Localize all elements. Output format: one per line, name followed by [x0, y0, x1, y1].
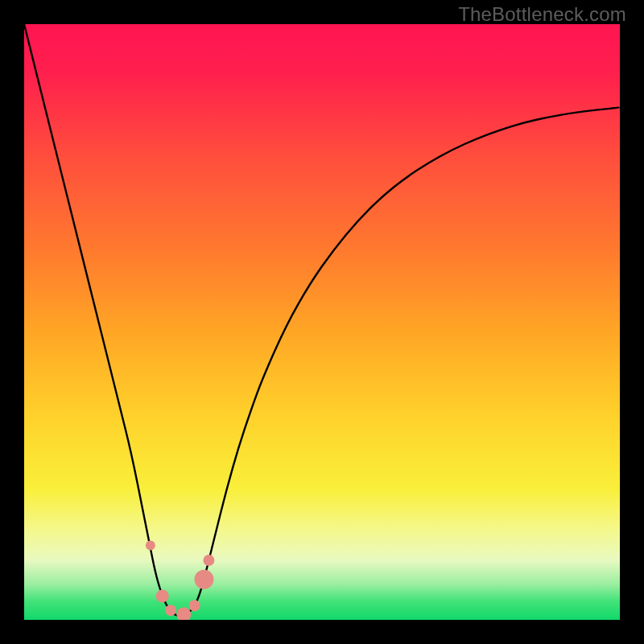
curve-marker: [189, 600, 200, 611]
curve-marker: [194, 570, 213, 589]
plot-area: [24, 24, 620, 620]
curve-marker: [146, 541, 155, 551]
curve-layer: [24, 24, 620, 620]
curve-marker: [156, 589, 169, 602]
bottleneck-curve: [24, 24, 620, 616]
curve-markers: [146, 541, 215, 621]
watermark-text: TheBottleneck.com: [458, 3, 626, 26]
curve-marker: [165, 605, 176, 616]
curve-marker: [203, 555, 214, 566]
chart-frame: TheBottleneck.com: [0, 0, 644, 644]
curve-marker: [176, 607, 191, 620]
